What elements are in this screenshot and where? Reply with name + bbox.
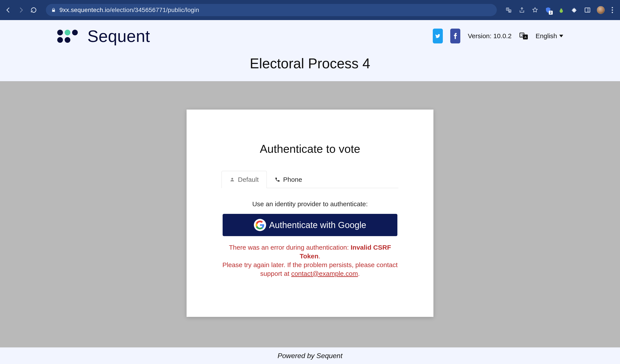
reload-button[interactable]	[30, 6, 38, 14]
language-icon: 文A	[519, 31, 528, 41]
extension-pear-icon[interactable]	[558, 6, 565, 14]
card-title: Authenticate to vote	[221, 142, 399, 155]
user-icon	[230, 177, 235, 182]
language-label: English	[536, 32, 557, 40]
browser-actions: 2	[505, 6, 616, 14]
body-area: Authenticate to vote Default Phone Use a…	[0, 81, 620, 348]
footer: Powered by Sequent	[0, 348, 620, 364]
topbar: Sequent Version: 10.0.2 文A English	[57, 26, 563, 46]
page-header: Sequent Version: 10.0.2 文A English El	[0, 20, 620, 81]
auth-error: There was an error during authentication…	[221, 243, 399, 278]
err-line1-post: .	[319, 252, 320, 260]
extension-badge: 2	[549, 11, 553, 15]
svg-text:文: 文	[521, 33, 524, 37]
lock-icon	[51, 7, 56, 13]
version-text: Version: 10.0.2	[468, 32, 512, 40]
twitter-button[interactable]	[433, 29, 443, 44]
tab-phone[interactable]: Phone	[267, 171, 310, 188]
google-auth-button[interactable]: Authenticate with Google	[223, 214, 397, 236]
logo-text: Sequent	[87, 27, 150, 46]
nav-arrows	[4, 6, 38, 14]
profile-avatar[interactable]	[597, 6, 605, 14]
facebook-button[interactable]	[450, 29, 460, 44]
language-select[interactable]: English	[536, 32, 563, 40]
tab-phone-label: Phone	[283, 176, 302, 183]
err-line2-post: .	[358, 270, 360, 277]
logo-mark	[57, 28, 83, 44]
browser-toolbar: 9xx.sequentech.io/election/345656771/pub…	[0, 0, 620, 20]
extensions-puzzle-icon[interactable]	[571, 6, 578, 14]
kebab-menu-icon[interactable]	[612, 7, 613, 13]
support-email-link[interactable]: contact@example.com	[291, 270, 358, 277]
forward-button[interactable]	[17, 6, 25, 14]
address-bar[interactable]: 9xx.sequentech.io/election/345656771/pub…	[46, 4, 497, 16]
auth-card: Authenticate to vote Default Phone Use a…	[186, 110, 434, 317]
svg-text:A: A	[524, 35, 527, 39]
panel-icon[interactable]	[584, 6, 591, 14]
err-line1-pre: There was an error during authentication…	[229, 244, 351, 251]
bookmark-star-icon[interactable]	[531, 6, 539, 14]
auth-tabs: Default Phone	[221, 171, 399, 188]
page: Sequent Version: 10.0.2 文A English El	[0, 20, 620, 364]
translate-icon[interactable]	[505, 6, 512, 14]
use-idp-text: Use an identity provider to authenticate…	[221, 200, 399, 208]
footer-text: Powered by Sequent	[278, 352, 342, 360]
google-auth-label: Authenticate with Google	[269, 220, 366, 230]
phone-icon	[275, 177, 280, 182]
logo[interactable]: Sequent	[57, 27, 150, 46]
header-right: Version: 10.0.2 文A English	[433, 29, 563, 44]
google-logo-icon	[254, 219, 266, 231]
tab-default-label: Default	[238, 176, 259, 183]
share-icon[interactable]	[518, 6, 526, 14]
url-text: 9xx.sequentech.io/election/345656771/pub…	[60, 7, 199, 14]
tab-default[interactable]: Default	[221, 171, 267, 188]
extension-shield-icon[interactable]: 2	[544, 6, 552, 14]
page-title: Electoral Process 4	[57, 56, 563, 72]
svg-rect-2	[585, 8, 590, 12]
back-button[interactable]	[4, 6, 12, 14]
chevron-down-icon	[559, 35, 563, 37]
